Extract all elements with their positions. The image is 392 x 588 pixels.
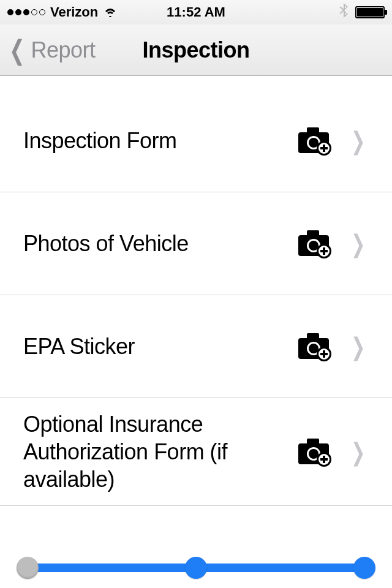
camera-plus-icon[interactable] (294, 229, 338, 258)
chevron-left-icon: ❮ (9, 34, 25, 66)
battery-icon (355, 6, 385, 18)
row-label: Inspection Form (23, 127, 294, 154)
camera-plus-icon[interactable] (294, 437, 338, 467)
clock: 11:52 AM (0, 4, 392, 20)
row-label: EPA Sticker (23, 333, 294, 360)
svg-rect-25 (307, 439, 319, 445)
svg-rect-23 (320, 353, 328, 355)
camera-plus-icon[interactable] (294, 126, 338, 156)
row-label: Optional Insurance Authorization Form (i… (23, 410, 294, 493)
inspection-list: Inspection Form ❯ Photos of Vehicle (0, 89, 392, 506)
row-inspection-form[interactable]: Inspection Form ❯ (0, 89, 392, 192)
camera-plus-icon[interactable] (294, 332, 338, 361)
chevron-right-icon: ❯ (351, 333, 366, 361)
svg-rect-1 (307, 127, 319, 134)
row-label: Photos of Vehicle (23, 230, 294, 257)
status-bar: Verizon 11:52 AM (0, 0, 392, 24)
progress-knob-end[interactable] (353, 557, 375, 579)
svg-rect-17 (307, 333, 319, 339)
back-button[interactable]: ❮ Report (0, 34, 96, 66)
progress-track (21, 564, 371, 572)
chevron-right-icon: ❯ (351, 438, 366, 466)
progress-knob-start[interactable] (17, 557, 39, 579)
chevron-right-icon: ❯ (351, 127, 366, 155)
row-insurance-auth[interactable]: Optional Insurance Authorization Form (i… (0, 398, 392, 506)
nav-bar: ❮ Report Inspection (0, 24, 392, 76)
row-epa-sticker[interactable]: EPA Sticker ❯ (0, 295, 392, 398)
chevron-right-icon: ❯ (351, 230, 366, 258)
svg-rect-15 (320, 250, 328, 252)
svg-rect-7 (320, 147, 328, 149)
progress-knob-mid[interactable] (185, 557, 207, 579)
svg-rect-31 (320, 458, 328, 461)
progress-slider[interactable] (0, 564, 392, 572)
row-photos-vehicle[interactable]: Photos of Vehicle ❯ (0, 192, 392, 295)
back-label: Report (31, 37, 96, 63)
svg-rect-9 (307, 230, 319, 236)
